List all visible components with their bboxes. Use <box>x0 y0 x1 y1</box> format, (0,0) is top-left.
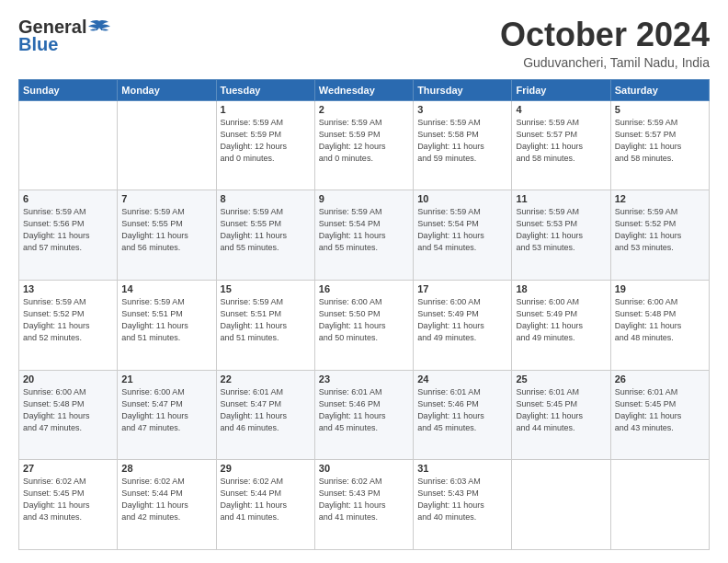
day-info: Sunrise: 6:02 AM Sunset: 5:43 PM Dayligh… <box>319 476 409 523</box>
page: General Blue October 2024 Guduvancheri, … <box>0 0 728 563</box>
day-number: 14 <box>121 283 211 294</box>
day-number: 10 <box>417 193 507 204</box>
day-number: 19 <box>615 283 705 294</box>
day-info: Sunrise: 5:59 AM Sunset: 5:51 PM Dayligh… <box>121 296 211 344</box>
day-info: Sunrise: 5:59 AM Sunset: 5:51 PM Dayligh… <box>221 296 311 344</box>
calendar-cell: 21Sunrise: 6:00 AM Sunset: 5:47 PM Dayli… <box>118 370 216 460</box>
calendar-cell: 2Sunrise: 5:59 AM Sunset: 5:59 PM Daylig… <box>314 100 413 190</box>
month-title: October 2024 <box>500 17 710 53</box>
day-info: Sunrise: 5:59 AM Sunset: 5:54 PM Dayligh… <box>417 206 507 254</box>
day-info: Sunrise: 5:59 AM Sunset: 5:56 PM Dayligh… <box>23 206 113 254</box>
day-number: 26 <box>615 373 705 385</box>
day-number: 7 <box>121 193 211 204</box>
calendar-cell: 8Sunrise: 5:59 AM Sunset: 5:55 PM Daylig… <box>216 190 314 281</box>
day-info: Sunrise: 5:59 AM Sunset: 5:59 PM Dayligh… <box>319 117 409 165</box>
location-subtitle: Guduvancheri, Tamil Nadu, India <box>500 55 710 70</box>
day-info: Sunrise: 6:00 AM Sunset: 5:47 PM Dayligh… <box>121 386 211 434</box>
day-number: 18 <box>516 283 606 294</box>
day-info: Sunrise: 6:02 AM Sunset: 5:44 PM Dayligh… <box>221 476 311 523</box>
calendar-cell: 28Sunrise: 6:02 AM Sunset: 5:44 PM Dayli… <box>118 460 216 550</box>
day-number: 29 <box>221 463 311 474</box>
day-info: Sunrise: 6:01 AM Sunset: 5:45 PM Dayligh… <box>516 386 606 434</box>
day-number: 11 <box>516 193 606 204</box>
day-info: Sunrise: 6:02 AM Sunset: 5:45 PM Dayligh… <box>23 476 113 523</box>
calendar-cell: 26Sunrise: 6:01 AM Sunset: 5:45 PM Dayli… <box>610 370 709 460</box>
day-number: 8 <box>221 193 311 204</box>
calendar-cell: 27Sunrise: 6:02 AM Sunset: 5:45 PM Dayli… <box>19 460 118 550</box>
weekday-header-saturday: Saturday <box>610 79 709 100</box>
day-info: Sunrise: 5:59 AM Sunset: 5:59 PM Dayligh… <box>221 117 311 165</box>
calendar-cell: 13Sunrise: 5:59 AM Sunset: 5:52 PM Dayli… <box>19 280 118 370</box>
calendar-cell: 16Sunrise: 6:00 AM Sunset: 5:50 PM Dayli… <box>314 280 413 370</box>
day-info: Sunrise: 6:00 AM Sunset: 5:48 PM Dayligh… <box>615 296 705 344</box>
day-number: 12 <box>615 193 705 204</box>
day-info: Sunrise: 5:59 AM Sunset: 5:55 PM Dayligh… <box>221 206 311 254</box>
header: General Blue October 2024 Guduvancheri, … <box>18 17 710 70</box>
calendar-cell: 17Sunrise: 6:00 AM Sunset: 5:49 PM Dayli… <box>414 280 512 370</box>
day-info: Sunrise: 6:00 AM Sunset: 5:49 PM Dayligh… <box>417 296 507 344</box>
calendar-cell: 5Sunrise: 5:59 AM Sunset: 5:57 PM Daylig… <box>610 100 709 190</box>
day-number: 30 <box>319 463 409 474</box>
day-number: 2 <box>319 104 409 115</box>
calendar-cell: 4Sunrise: 5:59 AM Sunset: 5:57 PM Daylig… <box>512 100 610 190</box>
weekday-header-sunday: Sunday <box>19 79 118 100</box>
weekday-header-thursday: Thursday <box>414 79 512 100</box>
calendar-cell: 11Sunrise: 5:59 AM Sunset: 5:53 PM Dayli… <box>512 190 610 281</box>
day-info: Sunrise: 5:59 AM Sunset: 5:54 PM Dayligh… <box>319 206 409 254</box>
day-info: Sunrise: 5:59 AM Sunset: 5:58 PM Dayligh… <box>417 117 507 165</box>
day-info: Sunrise: 6:02 AM Sunset: 5:44 PM Dayligh… <box>121 476 211 523</box>
calendar-cell: 10Sunrise: 5:59 AM Sunset: 5:54 PM Dayli… <box>414 190 512 281</box>
day-info: Sunrise: 5:59 AM Sunset: 5:52 PM Dayligh… <box>23 296 113 344</box>
calendar-cell: 19Sunrise: 6:00 AM Sunset: 5:48 PM Dayli… <box>610 280 709 370</box>
calendar-cell: 24Sunrise: 6:01 AM Sunset: 5:46 PM Dayli… <box>414 370 512 460</box>
day-number: 4 <box>516 104 606 115</box>
calendar-cell: 1Sunrise: 5:59 AM Sunset: 5:59 PM Daylig… <box>216 100 314 190</box>
calendar-cell: 7Sunrise: 5:59 AM Sunset: 5:55 PM Daylig… <box>118 190 216 281</box>
day-number: 24 <box>417 373 507 385</box>
calendar-cell <box>512 460 610 550</box>
day-info: Sunrise: 6:00 AM Sunset: 5:48 PM Dayligh… <box>23 386 113 434</box>
day-number: 16 <box>319 283 409 294</box>
day-info: Sunrise: 5:59 AM Sunset: 5:55 PM Dayligh… <box>121 206 211 254</box>
day-number: 5 <box>615 104 705 115</box>
calendar-cell <box>610 460 709 550</box>
day-number: 22 <box>221 373 311 385</box>
calendar-cell: 12Sunrise: 5:59 AM Sunset: 5:52 PM Dayli… <box>610 190 709 281</box>
title-area: October 2024 Guduvancheri, Tamil Nadu, I… <box>500 17 710 70</box>
calendar-cell: 18Sunrise: 6:00 AM Sunset: 5:49 PM Dayli… <box>512 280 610 370</box>
day-number: 6 <box>23 193 113 204</box>
calendar-week-row: 1Sunrise: 5:59 AM Sunset: 5:59 PM Daylig… <box>19 100 710 190</box>
calendar-cell: 23Sunrise: 6:01 AM Sunset: 5:46 PM Dayli… <box>314 370 413 460</box>
day-info: Sunrise: 6:03 AM Sunset: 5:43 PM Dayligh… <box>417 476 507 523</box>
calendar-cell: 9Sunrise: 5:59 AM Sunset: 5:54 PM Daylig… <box>314 190 413 281</box>
logo: General Blue <box>18 17 110 55</box>
calendar-cell <box>118 100 216 190</box>
day-info: Sunrise: 5:59 AM Sunset: 5:52 PM Dayligh… <box>615 206 705 254</box>
calendar-week-row: 20Sunrise: 6:00 AM Sunset: 5:48 PM Dayli… <box>19 370 710 460</box>
day-number: 13 <box>23 283 113 294</box>
day-info: Sunrise: 6:01 AM Sunset: 5:46 PM Dayligh… <box>417 386 507 434</box>
day-number: 17 <box>417 283 507 294</box>
calendar-week-row: 6Sunrise: 5:59 AM Sunset: 5:56 PM Daylig… <box>19 190 710 281</box>
day-info: Sunrise: 5:59 AM Sunset: 5:57 PM Dayligh… <box>516 117 606 165</box>
calendar-cell: 15Sunrise: 5:59 AM Sunset: 5:51 PM Dayli… <box>216 280 314 370</box>
calendar-week-row: 13Sunrise: 5:59 AM Sunset: 5:52 PM Dayli… <box>19 280 710 370</box>
day-number: 25 <box>516 373 606 385</box>
calendar-week-row: 27Sunrise: 6:02 AM Sunset: 5:45 PM Dayli… <box>19 460 710 550</box>
day-number: 1 <box>221 104 311 115</box>
day-number: 20 <box>23 373 113 385</box>
calendar-cell: 3Sunrise: 5:59 AM Sunset: 5:58 PM Daylig… <box>414 100 512 190</box>
calendar-cell: 30Sunrise: 6:02 AM Sunset: 5:43 PM Dayli… <box>314 460 413 550</box>
day-number: 23 <box>319 373 409 385</box>
calendar-cell: 31Sunrise: 6:03 AM Sunset: 5:43 PM Dayli… <box>414 460 512 550</box>
day-info: Sunrise: 6:01 AM Sunset: 5:45 PM Dayligh… <box>615 386 705 434</box>
day-info: Sunrise: 5:59 AM Sunset: 5:57 PM Dayligh… <box>615 117 705 165</box>
day-info: Sunrise: 6:01 AM Sunset: 5:46 PM Dayligh… <box>319 386 409 434</box>
calendar-cell: 14Sunrise: 5:59 AM Sunset: 5:51 PM Dayli… <box>118 280 216 370</box>
day-info: Sunrise: 5:59 AM Sunset: 5:53 PM Dayligh… <box>516 206 606 254</box>
day-info: Sunrise: 6:00 AM Sunset: 5:49 PM Dayligh… <box>516 296 606 344</box>
day-number: 28 <box>121 463 211 474</box>
weekday-header-wednesday: Wednesday <box>314 79 413 100</box>
day-number: 31 <box>417 463 507 474</box>
calendar-cell: 25Sunrise: 6:01 AM Sunset: 5:45 PM Dayli… <box>512 370 610 460</box>
